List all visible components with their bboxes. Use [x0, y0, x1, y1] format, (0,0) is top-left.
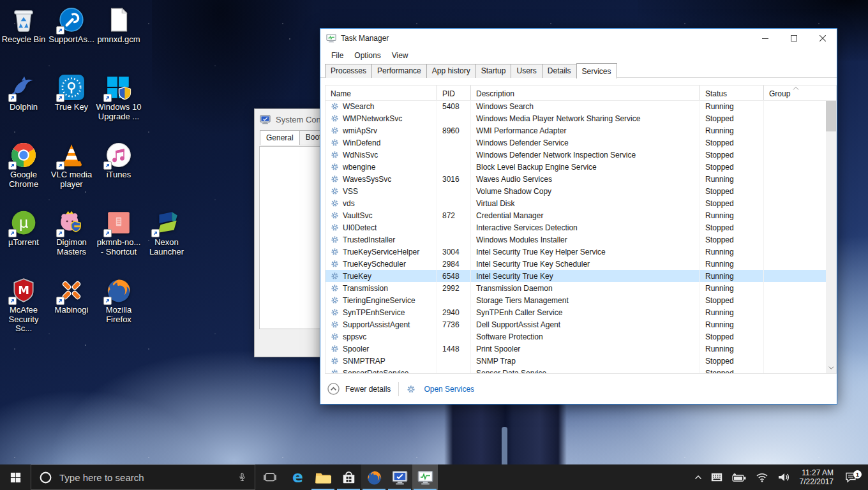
service-row-wbengine[interactable]: wbengineBlock Level Backup Engine Servic…	[326, 161, 826, 173]
service-row-wdnissvc[interactable]: WdNisSvcWindows Defender Network Inspect…	[326, 149, 826, 161]
open-services-link[interactable]: Open Services	[407, 385, 474, 394]
service-row-vds[interactable]: vdsVirtual DiskStopped	[326, 197, 826, 209]
desktop-icon-nexon-launcher[interactable]: Nexon Launcher	[143, 209, 190, 256]
firefox-icon	[105, 277, 132, 304]
service-row-snmptrap[interactable]: SNMPTRAPSNMP TrapStopped	[326, 355, 826, 367]
scrollbar-thumb[interactable]	[826, 98, 836, 131]
desktop-icon-pmnxd-gcm[interactable]: pmnxd.gcm	[95, 6, 142, 45]
service-row-sppsvc[interactable]: sppsvcSoftware ProtectionStopped	[326, 330, 826, 343]
service-row-vss[interactable]: VSSVolume Shadow CopyStopped	[326, 185, 826, 197]
desktop-icon-mcafee-security-sc[interactable]: MMcAfee Security Sc...	[0, 277, 47, 334]
service-status: Stopped	[700, 197, 764, 209]
action-center-button[interactable]: 1	[839, 471, 863, 483]
taskbar-task-manager-task-icon[interactable]	[412, 464, 438, 490]
desktop-icon-pkmnb-no-shortcut[interactable]: pkmnb-no... - Shortcut	[95, 209, 142, 256]
tab-services[interactable]: Services	[576, 63, 617, 78]
taskbar-firefox-task-icon[interactable]	[361, 464, 387, 490]
desktop-icon-digimon-masters[interactable]: Digimon Masters	[48, 209, 95, 256]
taskbar-system-config-task-icon[interactable]	[387, 464, 412, 490]
desktop-icon-true-key[interactable]: True Key	[48, 74, 95, 112]
start-button[interactable]	[0, 464, 31, 490]
microphone-icon[interactable]	[237, 471, 247, 483]
service-row-truekeyservicehelper[interactable]: TrueKeyServiceHelper3004Intel Security T…	[326, 246, 826, 258]
service-row-truekey[interactable]: TrueKey6548Intel Security True KeyRunnin…	[326, 270, 826, 282]
svg-text:M: M	[18, 283, 29, 297]
service-row-windefend[interactable]: WinDefendWindows Defender ServiceStopped	[326, 137, 826, 149]
task-manager-titlebar[interactable]: Task Manager	[320, 29, 837, 48]
taskbar-clock[interactable]: 11:27 AM 7/22/2017	[795, 468, 839, 486]
menu-view[interactable]: View	[387, 51, 413, 60]
chevron-up-icon[interactable]	[690, 464, 707, 490]
desktop-icon-label: VLC media player	[48, 170, 95, 189]
service-row-ui0detect[interactable]: UI0DetectInteractive Services DetectionS…	[326, 221, 826, 234]
column-header-status[interactable]: Status	[700, 85, 764, 100]
column-header-name[interactable]: Name	[326, 85, 437, 100]
desktop-icon-mozilla-firefox[interactable]: Mozilla Firefox	[95, 277, 142, 324]
column-header-description[interactable]: Description	[471, 85, 700, 100]
taskbar-store-icon[interactable]	[336, 464, 361, 490]
service-row-syntpenhservice[interactable]: SynTPEnhService2940SynTPEnh Caller Servi…	[326, 306, 826, 318]
fewer-details-button[interactable]: Fewer details	[327, 383, 391, 395]
service-row-wavessyssvc[interactable]: WavesSysSvc3016Waves Audio ServicesRunni…	[326, 173, 826, 185]
tab-processes[interactable]: Processes	[325, 64, 372, 78]
service-description: Virtual Disk	[471, 197, 700, 209]
desktop-icon-mabinogi[interactable]: Mabinogi	[48, 277, 95, 315]
service-row-sensordataservice[interactable]: SensorDataServiceSensor Data ServiceStop…	[326, 367, 826, 373]
service-row-supportassistagent[interactable]: SupportAssistAgent7736Dell SupportAssist…	[326, 318, 826, 330]
scroll-down-arrow-icon[interactable]	[826, 362, 836, 373]
service-status: Stopped	[700, 355, 764, 367]
desktop-icon-windows-10-upgrade[interactable]: Windows 10 Upgrade ...	[95, 74, 142, 121]
close-button[interactable]	[808, 29, 837, 48]
service-name: Spooler	[326, 343, 437, 355]
tab-performance[interactable]: Performance	[371, 64, 427, 78]
minimize-button[interactable]	[751, 29, 779, 48]
tab-details[interactable]: Details	[542, 64, 577, 78]
service-row-transmission[interactable]: Transmission2992Transmission DaemonRunni…	[326, 282, 826, 294]
column-header-group[interactable]: Group	[764, 85, 827, 100]
task-view-button[interactable]	[255, 464, 285, 490]
service-row-wsearch[interactable]: WSearch5408Windows SearchRunning	[326, 100, 826, 112]
service-name: Transmission	[326, 282, 437, 294]
notification-badge: 1	[853, 470, 862, 479]
menu-options[interactable]: Options	[350, 51, 385, 60]
task-manager-tabs: ProcessesPerformanceApp historyStartupUs…	[320, 63, 837, 78]
desktop-icon-supportas[interactable]: SupportAs...	[48, 6, 95, 45]
tab-users[interactable]: Users	[511, 64, 542, 78]
desktop-icon-vlc-media-player[interactable]: VLC media player	[48, 142, 95, 189]
service-pid: 1448	[437, 343, 471, 355]
search-input[interactable]: Type here to search	[31, 464, 255, 490]
desktop-icon-label: Windows 10 Upgrade ...	[95, 103, 142, 121]
service-row-truekeyscheduler[interactable]: TrueKeyScheduler2984Intel Security True …	[326, 258, 826, 270]
service-group	[764, 294, 826, 306]
wifi-icon[interactable]	[751, 464, 773, 490]
service-row-wmiapsrv[interactable]: wmiApSrv8960WMI Performance AdapterRunni…	[326, 124, 826, 137]
desktop-icon-google-chrome[interactable]: Google Chrome	[0, 142, 47, 189]
itunes-icon	[105, 142, 132, 168]
service-row-spooler[interactable]: Spooler1448Print SpoolerRunning	[326, 343, 826, 355]
tab-startup[interactable]: Startup	[475, 64, 512, 78]
service-name: SNMPTRAP	[326, 355, 437, 367]
maximize-button[interactable]	[779, 29, 808, 48]
touch-keyboard-icon[interactable]	[707, 464, 727, 490]
desktop-icon-recycle-bin[interactable]: Recycle Bin	[0, 6, 47, 45]
desktop-icon-itunes[interactable]: iTunes	[95, 142, 142, 180]
service-row-tieringengineservice[interactable]: TieringEngineServiceStorage Tiers Manage…	[326, 294, 826, 306]
service-row-wmpnetworksvc[interactable]: WMPNetworkSvcWindows Media Player Networ…	[326, 112, 826, 124]
desktop-icon-torrent[interactable]: µµTorrent	[0, 209, 47, 248]
service-gear-icon	[331, 126, 339, 135]
shortcut-arrow-icon	[8, 229, 17, 237]
taskbar-file-explorer-icon[interactable]	[310, 464, 336, 490]
tab-app-history[interactable]: App history	[426, 64, 476, 78]
service-row-vaultsvc[interactable]: VaultSvc872Credential ManagerRunning	[326, 209, 826, 221]
menu-file[interactable]: File	[327, 51, 348, 60]
desktop-icon-dolphin[interactable]: Dolphin	[0, 74, 47, 112]
taskbar-edge-icon[interactable]: e	[285, 464, 310, 490]
volume-icon[interactable]	[773, 464, 795, 490]
services-scrollbar[interactable]	[826, 85, 836, 373]
sysconfig-tab-general[interactable]: General	[260, 130, 300, 145]
service-description: Dell SupportAssist Agent	[471, 318, 700, 330]
column-header-pid[interactable]: PID	[437, 85, 471, 100]
service-name: TrueKey	[326, 270, 437, 282]
battery-icon[interactable]	[727, 464, 751, 490]
service-row-trustedinstaller[interactable]: TrustedInstallerWindows Modules Installe…	[326, 234, 826, 246]
